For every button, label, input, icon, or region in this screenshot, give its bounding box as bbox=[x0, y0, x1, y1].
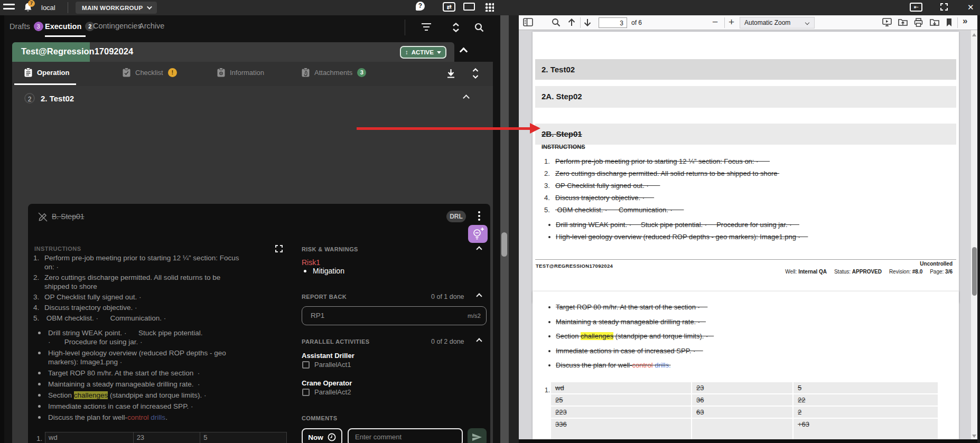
page-up-icon[interactable] bbox=[567, 18, 576, 27]
left-window-edge bbox=[0, 15, 4, 443]
zoom-select[interactable]: Automatic Zoom bbox=[740, 17, 815, 29]
report-back-input[interactable]: RP1 m/s2 bbox=[302, 306, 487, 325]
hamburger-menu-icon[interactable] bbox=[3, 4, 15, 12]
instructions-numbered-list: Perform pre-job meeting prior to startin… bbox=[33, 253, 245, 323]
swap-workspace-icon[interactable]: ⇄ bbox=[443, 2, 455, 12]
tab-archive[interactable]: Archive bbox=[139, 22, 164, 30]
page-count-label: of 6 bbox=[631, 19, 642, 26]
checkbox-icon[interactable] bbox=[302, 389, 310, 396]
right-window-edge bbox=[977, 15, 980, 443]
tab-checklist[interactable]: Checklist ! bbox=[123, 68, 177, 77]
zoom-out-icon[interactable]: − bbox=[712, 16, 718, 28]
attachments-count-badge: 3 bbox=[357, 68, 366, 77]
parallel-role-1: Assistant Driller bbox=[302, 352, 354, 360]
collapse-report-chevron[interactable] bbox=[477, 294, 481, 298]
table-index: 1. bbox=[36, 435, 42, 442]
more-tools-icon[interactable]: » bbox=[963, 16, 967, 26]
window-layout-icon[interactable] bbox=[463, 3, 475, 11]
now-button[interactable]: Now bbox=[302, 428, 342, 443]
pdf-numbered-list: Perform pre-job meeting prior to startin… bbox=[544, 157, 951, 218]
save-icon[interactable] bbox=[930, 18, 939, 26]
pdf-viewer: 3 of 6 − + Automatic Zoom » bbox=[519, 15, 977, 443]
status-dropdown[interactable]: ↕ACTIVE bbox=[400, 46, 446, 59]
risk-name[interactable]: Risk1 bbox=[302, 258, 320, 267]
collapse-procedure-chevron[interactable] bbox=[461, 49, 466, 54]
page-down-icon[interactable] bbox=[583, 18, 592, 27]
parallel-role-2: Crane Operator bbox=[302, 379, 352, 387]
pdf-search-icon[interactable] bbox=[552, 18, 561, 27]
step-role-badge: DRL bbox=[446, 211, 466, 222]
tab-execution[interactable]: Execution2 bbox=[45, 22, 95, 31]
sort-icon[interactable] bbox=[452, 23, 460, 32]
expand-instructions-icon[interactable] bbox=[275, 245, 283, 252]
step-menu-icon[interactable] bbox=[478, 210, 481, 222]
pdf-heading-1: 2. Test02 bbox=[535, 59, 956, 80]
report-back-label: REPORT BACK bbox=[302, 294, 347, 300]
scroll-up-arrow[interactable] bbox=[972, 33, 976, 36]
tab-information[interactable]: Information bbox=[217, 68, 264, 77]
instructions-label: INSTRUCTIONS bbox=[34, 246, 81, 252]
page-number-input[interactable]: 3 bbox=[599, 17, 627, 28]
report-back-progress: 0 of 1 done bbox=[431, 293, 464, 300]
print-icon[interactable] bbox=[914, 18, 923, 27]
procedure-header: Test@Regression17092024 ↕ACTIVE bbox=[12, 42, 454, 62]
panel-scrollbar[interactable] bbox=[500, 15, 509, 443]
tab-operation[interactable]: Operation bbox=[24, 68, 69, 77]
tab-attachments[interactable]: Attachments 3 bbox=[302, 68, 366, 77]
unfold-icon[interactable] bbox=[472, 68, 479, 79]
panel-gap bbox=[509, 15, 519, 443]
filter-icon[interactable] bbox=[421, 23, 432, 31]
close-icon[interactable]: ✕ bbox=[967, 2, 974, 13]
checkbox-icon[interactable] bbox=[302, 361, 310, 369]
main-tabs-row: Drafts3 Execution2 Contingencies Archive bbox=[0, 15, 500, 40]
open-file-icon[interactable] bbox=[898, 18, 908, 26]
help-icon[interactable]: ? bbox=[416, 2, 425, 11]
parallel-progress: 0 of 2 done bbox=[431, 338, 464, 345]
step-card: B. Step01 DRL INSTRUCTIONS Perform pre-j… bbox=[28, 204, 490, 443]
comments-label: COMMENTS bbox=[302, 415, 337, 421]
document-tabs: Operation Checklist ! Information Attach… bbox=[12, 62, 493, 86]
fullscreen-icon[interactable] bbox=[940, 3, 948, 11]
collapse-section-chevron[interactable] bbox=[464, 96, 469, 100]
toggle-sidebar-icon[interactable] bbox=[523, 18, 533, 26]
pdf-heading-3: 2B. Step01 bbox=[535, 124, 956, 145]
panel-scrollbar-thumb[interactable] bbox=[501, 232, 507, 257]
pdf-page-4: Target ROP 80 m/hr. At the start of the … bbox=[533, 291, 959, 439]
scroll-down-arrow[interactable] bbox=[972, 435, 976, 438]
chevron-down-icon bbox=[147, 4, 152, 10]
topbar-divider bbox=[68, 2, 68, 13]
report-back-value: RP1 bbox=[311, 312, 324, 319]
chevron-down-icon bbox=[805, 21, 809, 25]
collapse-parallel-chevron[interactable] bbox=[477, 339, 481, 343]
bookmark-icon[interactable] bbox=[946, 18, 953, 27]
screen: 7 local MAIN WORKGROUP ? ⇄ ⇤ ✕ Drafts3 E… bbox=[0, 0, 980, 443]
parallel-activity-1[interactable]: ParallelAct1 bbox=[302, 361, 351, 369]
risk-warnings-label: RISK & WARNINGS bbox=[302, 246, 358, 252]
dock-panel-icon[interactable]: ⇤ bbox=[910, 3, 922, 12]
active-doc-tab-underline bbox=[14, 83, 76, 85]
send-comment-button[interactable] bbox=[468, 428, 487, 443]
search-icon[interactable] bbox=[474, 23, 484, 32]
section-number-badge: 2 bbox=[24, 93, 35, 103]
download-icon[interactable] bbox=[446, 69, 455, 79]
workgroup-selector[interactable]: MAIN WORKGROUP bbox=[76, 2, 157, 14]
presentation-mode-icon[interactable] bbox=[882, 18, 892, 26]
comment-input[interactable]: Enter comment bbox=[348, 428, 463, 443]
pdf-bullet-list: Drill string WEAK point. · Stuck pipe po… bbox=[544, 221, 951, 245]
no-edit-icon bbox=[38, 212, 49, 222]
zoom-in-icon[interactable]: + bbox=[729, 16, 734, 28]
tab-drafts[interactable]: Drafts3 bbox=[10, 22, 43, 31]
insights-button[interactable] bbox=[468, 225, 488, 243]
bottom-edge bbox=[519, 439, 977, 443]
section-container: 2 2. Test02 B. Step01 DRL INSTRUCTIONS P… bbox=[12, 86, 493, 443]
drafts-count-badge: 3 bbox=[34, 22, 43, 31]
pdf-scrollbar[interactable] bbox=[971, 30, 977, 443]
tab-contingencies[interactable]: Contingencies bbox=[93, 22, 142, 30]
pdf-scrollbar-thumb[interactable] bbox=[972, 247, 977, 296]
pdf-footer-uncontrolled: Uncontrolled bbox=[920, 261, 953, 267]
collapse-risk-chevron[interactable] bbox=[477, 247, 481, 251]
apps-grid-icon[interactable] bbox=[484, 2, 494, 12]
parallel-activity-2[interactable]: ParallelAct2 bbox=[302, 388, 351, 396]
notifications-count-badge: 7 bbox=[28, 0, 35, 7]
checklist-alert-badge: ! bbox=[168, 68, 177, 77]
